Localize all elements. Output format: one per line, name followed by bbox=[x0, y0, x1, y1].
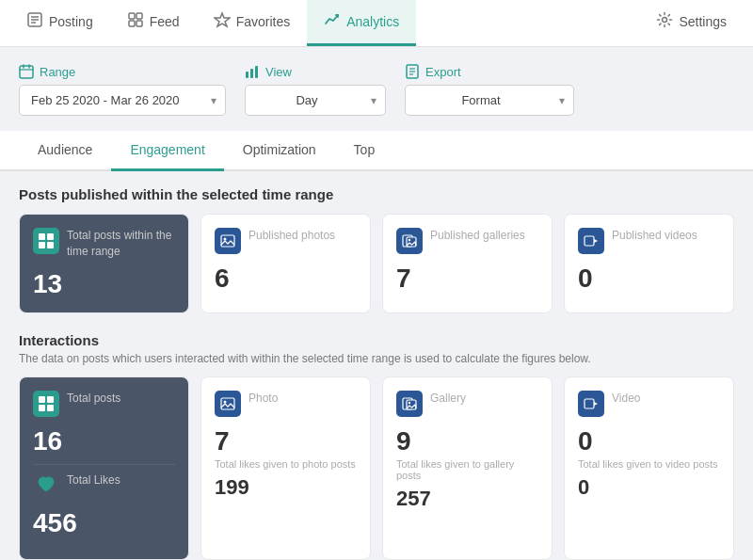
value-interaction-total-posts: 16 bbox=[33, 426, 175, 456]
value-published-videos: 0 bbox=[578, 264, 720, 294]
main-content: Range Feb 25 2020 - Mar 26 2020 View Day bbox=[0, 47, 753, 560]
svg-point-25 bbox=[409, 239, 410, 241]
tab-top[interactable]: Top bbox=[335, 131, 394, 171]
label-photo-interaction: Photo bbox=[248, 391, 278, 407]
label-interaction-total-posts: Total posts bbox=[67, 391, 120, 407]
view-filter-group: View Day bbox=[245, 64, 386, 116]
range-label: Range bbox=[19, 64, 226, 79]
label-total-likes: Total Likes bbox=[67, 472, 120, 488]
tabs-row: Audience Engagement Optimization Top bbox=[0, 131, 753, 171]
label-total-posts: Total posts within the time range bbox=[67, 228, 175, 260]
svg-point-9 bbox=[663, 18, 667, 23]
card-header-published-photos: Published photos bbox=[215, 228, 357, 254]
svg-rect-33 bbox=[585, 399, 594, 408]
view-select-wrap: Day bbox=[245, 85, 386, 116]
svg-rect-5 bbox=[136, 13, 142, 19]
svg-rect-7 bbox=[136, 21, 142, 26]
video-icon-published bbox=[578, 228, 604, 254]
photo-icon-interaction bbox=[215, 391, 241, 417]
nav-label-analytics: Analytics bbox=[346, 14, 399, 29]
card-header-total-likes: Total Likes bbox=[33, 472, 175, 499]
export-filter-group: Export Format bbox=[405, 64, 574, 116]
calendar-icon bbox=[19, 64, 34, 79]
value-total-posts: 13 bbox=[33, 269, 175, 299]
nav-item-feed[interactable]: Feed bbox=[110, 0, 197, 46]
svg-rect-16 bbox=[255, 66, 258, 78]
export-label: Export bbox=[405, 64, 574, 79]
interactions-cards-grid: Total posts 16 Total Likes 456 bbox=[19, 376, 734, 560]
range-filter-group: Range Feb 25 2020 - Mar 26 2020 bbox=[19, 64, 226, 116]
svg-rect-28 bbox=[221, 398, 234, 409]
photo-icon-published bbox=[215, 228, 241, 254]
feed-icon bbox=[127, 11, 144, 32]
nav-item-posting[interactable]: Posting bbox=[9, 0, 110, 46]
export-icon bbox=[405, 64, 420, 79]
nav-label-posting: Posting bbox=[49, 14, 93, 29]
posting-icon bbox=[26, 11, 43, 32]
svg-rect-6 bbox=[129, 21, 135, 26]
value-photo-interaction: 7 bbox=[215, 426, 357, 456]
tab-optimization[interactable]: Optimization bbox=[224, 131, 335, 171]
card-photo-interactions: Photo 7 Total likes given to photo posts… bbox=[200, 376, 371, 560]
value-gallery-likes: 257 bbox=[396, 487, 538, 511]
card-header-gallery-interaction: Gallery bbox=[396, 391, 538, 417]
view-icon bbox=[245, 64, 260, 79]
card-total-posts: Total posts within the time range 13 bbox=[19, 214, 189, 313]
range-select-wrap: Feb 25 2020 - Mar 26 2020 bbox=[19, 85, 226, 116]
label-published-galleries: Published galleries bbox=[430, 228, 525, 244]
svg-point-22 bbox=[224, 238, 227, 241]
svg-marker-27 bbox=[594, 239, 598, 243]
label-gallery-interaction: Gallery bbox=[430, 391, 466, 407]
svg-rect-26 bbox=[585, 236, 594, 246]
label-published-videos: Published videos bbox=[612, 228, 697, 244]
value-gallery-interaction: 9 bbox=[396, 426, 538, 456]
range-select[interactable]: Feb 25 2020 - Mar 26 2020 bbox=[19, 85, 226, 116]
value-video-interaction: 0 bbox=[578, 426, 720, 456]
svg-point-32 bbox=[409, 401, 410, 403]
filters-row: Range Feb 25 2020 - Mar 26 2020 View Day bbox=[19, 64, 734, 116]
nav-label-settings: Settings bbox=[679, 14, 727, 29]
video-icon-interaction bbox=[578, 391, 604, 417]
value-published-galleries: 7 bbox=[396, 264, 538, 294]
published-section-title: Posts published within the selected time… bbox=[19, 186, 734, 202]
card-header-published-videos: Published videos bbox=[578, 228, 720, 254]
gallery-icon-published bbox=[396, 228, 423, 254]
export-select-wrap: Format bbox=[405, 85, 574, 116]
settings-icon bbox=[656, 11, 673, 32]
tab-engagement[interactable]: Engagement bbox=[111, 131, 223, 171]
label-video-interaction: Video bbox=[612, 391, 640, 407]
svg-marker-34 bbox=[594, 402, 598, 406]
view-label: View bbox=[245, 64, 386, 79]
svg-marker-8 bbox=[215, 13, 230, 26]
top-navigation: Posting Feed Favorites Analytics Setting… bbox=[0, 0, 753, 47]
published-cards-grid: Total posts within the time range 13 Pub… bbox=[19, 214, 734, 313]
interactions-subtitle: The data on posts which users interacted… bbox=[19, 352, 734, 365]
svg-rect-4 bbox=[129, 13, 135, 19]
svg-rect-15 bbox=[250, 69, 253, 78]
card-gallery-interactions: Gallery 9 Total likes given to gallery p… bbox=[382, 376, 553, 560]
svg-rect-21 bbox=[221, 235, 234, 247]
view-select[interactable]: Day bbox=[245, 85, 386, 116]
nav-item-analytics[interactable]: Analytics bbox=[307, 0, 416, 46]
card-header-video-interaction: Video bbox=[578, 391, 720, 417]
tab-audience[interactable]: Audience bbox=[19, 131, 111, 171]
nav-item-settings[interactable]: Settings bbox=[639, 0, 744, 46]
value-photo-likes: 199 bbox=[215, 475, 357, 500]
card-published-galleries: Published galleries 7 bbox=[382, 214, 553, 313]
sublabel-video-interaction: Total likes given to video posts bbox=[578, 458, 720, 470]
analytics-icon bbox=[324, 11, 341, 32]
total-posts-section: Total posts 16 bbox=[33, 391, 175, 456]
svg-rect-10 bbox=[20, 66, 33, 78]
svg-point-29 bbox=[224, 400, 227, 403]
value-published-photos: 6 bbox=[215, 264, 357, 294]
export-select[interactable]: Format bbox=[405, 85, 574, 116]
nav-item-favorites[interactable]: Favorites bbox=[197, 0, 308, 46]
card-header-total-posts-interaction: Total posts bbox=[33, 391, 175, 417]
grid-icon-total-posts bbox=[33, 228, 59, 254]
svg-rect-14 bbox=[246, 72, 248, 78]
card-video-interactions: Video 0 Total likes given to video posts… bbox=[564, 376, 734, 560]
total-likes-section: Total Likes 456 bbox=[33, 464, 175, 538]
grid-icon-interaction bbox=[33, 391, 59, 417]
interactions-section-title: Interactions bbox=[19, 332, 734, 348]
card-header-total-posts: Total posts within the time range bbox=[33, 228, 175, 260]
